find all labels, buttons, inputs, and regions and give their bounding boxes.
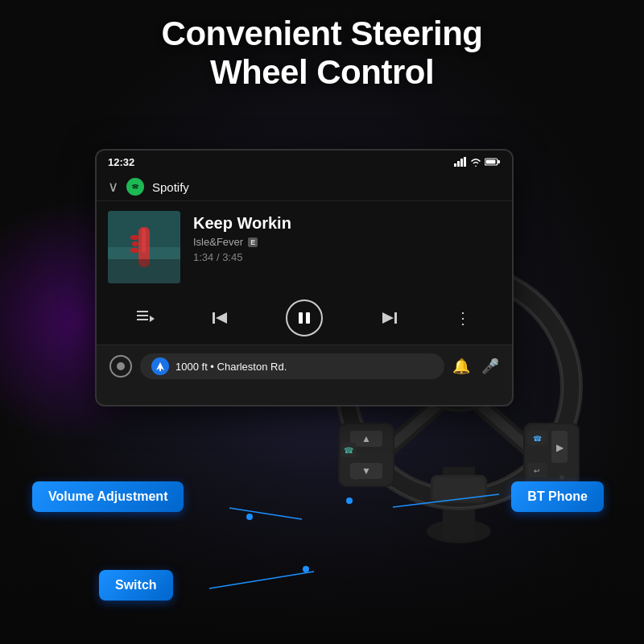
more-button[interactable]: ⋮	[455, 308, 472, 328]
status-time: 12:32	[108, 156, 134, 168]
prev-button[interactable]	[213, 311, 229, 325]
svg-rect-59	[394, 312, 397, 324]
nav-bar: 1000 ft • Charleston Rd. 🔔 🎤	[97, 345, 512, 387]
main-title: Convenient Steering Wheel Control	[0, 14, 644, 93]
svg-rect-51	[137, 311, 148, 312]
svg-rect-36	[457, 161, 460, 167]
nav-record-button[interactable]	[109, 355, 132, 378]
svg-rect-48	[130, 248, 138, 253]
track-info: Keep Workin Isle&Fever E 1:34 / 3:45	[193, 211, 501, 263]
svg-marker-56	[216, 312, 227, 324]
svg-rect-55	[213, 312, 215, 324]
svg-rect-58	[306, 312, 310, 324]
svg-rect-49	[142, 229, 146, 253]
nav-arrow-icon	[151, 357, 169, 375]
svg-text:▲: ▲	[361, 433, 371, 444]
svg-text:☎: ☎	[533, 435, 542, 443]
svg-rect-52	[137, 315, 148, 316]
svg-rect-46	[130, 235, 138, 240]
volume-adjustment-label: Volume Adjustment	[32, 481, 184, 512]
svg-marker-54	[150, 316, 155, 322]
track-name: Keep Workin	[193, 214, 501, 233]
track-artist-row: Isle&Fever E	[193, 236, 501, 248]
track-time: 1:34 / 3:45	[193, 251, 501, 263]
svg-rect-31	[433, 477, 485, 501]
wifi-icon	[470, 157, 481, 167]
svg-rect-40	[497, 160, 500, 163]
nav-icons-right: 🔔 🎤	[452, 357, 499, 375]
svg-rect-47	[132, 242, 138, 246]
album-art	[108, 211, 180, 283]
svg-text:↩: ↩	[534, 467, 540, 475]
title-section: Convenient Steering Wheel Control	[0, 14, 644, 93]
play-pause-button[interactable]	[286, 299, 323, 336]
svg-text:▼: ▼	[361, 465, 371, 477]
playback-controls: ⋮	[97, 293, 512, 345]
nav-record-inner	[117, 362, 125, 370]
volume-dot	[246, 514, 253, 520]
explicit-badge: E	[248, 237, 258, 247]
svg-rect-53	[137, 319, 148, 320]
svg-point-34	[559, 475, 564, 480]
switch-dot	[303, 566, 309, 572]
next-button[interactable]	[381, 311, 397, 325]
android-auto-screen: 12:32	[95, 149, 514, 407]
battery-icon	[485, 157, 501, 167]
queue-button[interactable]	[137, 311, 155, 325]
bt-phone-label: BT Phone	[511, 481, 604, 512]
mic-icon[interactable]: 🎤	[481, 357, 499, 375]
svg-rect-41	[486, 160, 496, 164]
bt-dot	[346, 497, 353, 504]
spotify-header: ∨ Spotify	[97, 173, 512, 201]
svg-text:▶: ▶	[556, 442, 564, 453]
background: ▲ ▼ ☎ ▶ ☎ ↩	[0, 0, 644, 644]
track-artist: Isle&Fever	[193, 236, 243, 248]
signal-icon	[454, 157, 467, 167]
spotify-logo	[126, 178, 144, 196]
svg-rect-35	[454, 163, 456, 167]
bell-icon[interactable]: 🔔	[452, 357, 470, 375]
svg-rect-37	[460, 159, 463, 167]
status-icons	[454, 157, 501, 167]
svg-point-33	[353, 475, 358, 480]
switch-label: Switch	[99, 570, 173, 601]
music-content: Keep Workin Isle&Fever E 1:34 / 3:45	[97, 201, 512, 293]
svg-rect-50	[108, 259, 180, 283]
chevron-down-icon[interactable]: ∨	[108, 178, 118, 196]
spotify-label: Spotify	[152, 180, 189, 194]
svg-text:☎: ☎	[344, 446, 353, 455]
nav-directions[interactable]: 1000 ft • Charleston Rd.	[140, 353, 444, 379]
svg-rect-38	[464, 157, 466, 167]
status-bar: 12:32	[97, 151, 512, 173]
svg-rect-57	[299, 312, 303, 324]
nav-text: 1000 ft • Charleston Rd.	[175, 361, 287, 373]
svg-marker-60	[382, 312, 394, 324]
